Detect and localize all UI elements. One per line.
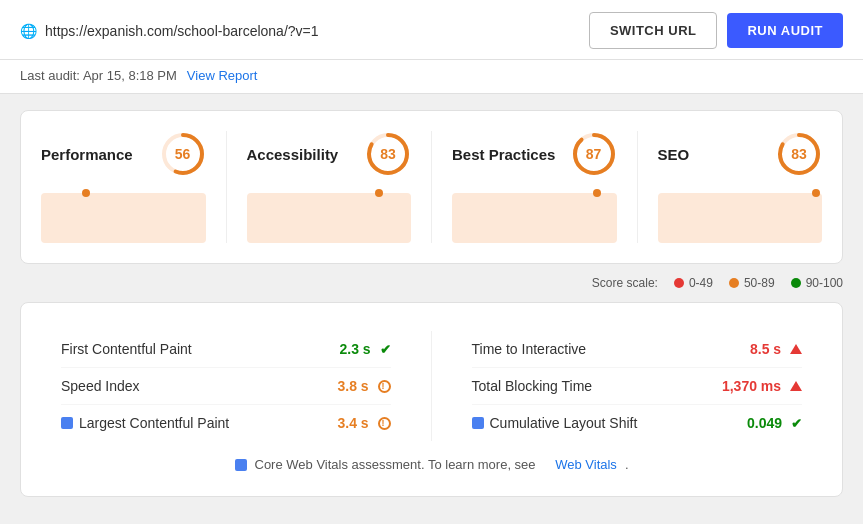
- metric-si: Speed Index 3.8 s: [61, 368, 391, 405]
- metric-name-lcp: Largest Contentful Paint: [61, 415, 337, 431]
- run-audit-button[interactable]: RUN AUDIT: [727, 13, 843, 48]
- score-label-performance: Performance: [41, 146, 133, 163]
- scale-range-green: 90-100: [806, 276, 843, 290]
- flag-icon-cwv: [235, 459, 247, 471]
- score-performance: Performance 56: [21, 131, 227, 243]
- metric-tti: Time to Interactive 8.5 s: [472, 331, 803, 368]
- scale-range-red: 0-49: [689, 276, 713, 290]
- score-num-accessibility: 83: [380, 146, 396, 162]
- score-accessibility: Accessibility 83: [227, 131, 433, 243]
- flag-icon-lcp: [61, 417, 73, 429]
- triangle-icon-tbt: [790, 381, 802, 391]
- metric-value-si: 3.8 s: [337, 378, 390, 394]
- metric-value-cls: 0.049 ✔: [747, 415, 802, 431]
- score-circle-best-practices: 87: [571, 131, 617, 177]
- web-vitals-link[interactable]: Web Vitals: [555, 457, 617, 472]
- flag-icon-cls: [472, 417, 484, 429]
- btn-group: SWITCH URL RUN AUDIT: [589, 12, 843, 49]
- metric-name-tti: Time to Interactive: [472, 341, 750, 357]
- score-num-performance: 56: [175, 146, 191, 162]
- metric-name-cls: Cumulative Layout Shift: [472, 415, 748, 431]
- score-label-best-practices: Best Practices: [452, 146, 555, 163]
- cwv-period: .: [625, 457, 629, 472]
- metric-name-si: Speed Index: [61, 378, 337, 394]
- metric-value-tti: 8.5 s: [750, 341, 802, 357]
- metric-value-tbt: 1,370 ms: [722, 378, 802, 394]
- score-circle-accessibility: 83: [365, 131, 411, 177]
- view-report-link[interactable]: View Report: [187, 68, 258, 83]
- check-icon-fcp: ✔: [380, 342, 391, 357]
- cwv-note: Core Web Vitals assessment. To learn mor…: [61, 457, 802, 472]
- score-num-seo: 83: [791, 146, 807, 162]
- metric-value-lcp: 3.4 s: [337, 415, 390, 431]
- metrics-card: First Contentful Paint 2.3 s ✔ Speed Ind…: [20, 302, 843, 497]
- warn-circle-icon-lcp: [378, 417, 391, 430]
- last-audit-text: Last audit: Apr 15, 8:18 PM: [20, 68, 177, 83]
- sub-bar: Last audit: Apr 15, 8:18 PM View Report: [0, 60, 863, 94]
- triangle-icon-tti: [790, 344, 802, 354]
- score-circle-seo: 83: [776, 131, 822, 177]
- metrics-col-right: Time to Interactive 8.5 s Total Blocking…: [432, 331, 803, 441]
- metric-cls: Cumulative Layout Shift 0.049 ✔: [472, 405, 803, 441]
- scale-item-orange: 50-89: [729, 276, 775, 290]
- score-num-best-practices: 87: [586, 146, 602, 162]
- metrics-grid: First Contentful Paint 2.3 s ✔ Speed Ind…: [61, 331, 802, 441]
- main-content: Performance 56 Accessibility: [0, 94, 863, 513]
- top-bar: 🌐 https://expanish.com/school-barcelona/…: [0, 0, 863, 60]
- switch-url-button[interactable]: SWITCH URL: [589, 12, 718, 49]
- url-text: https://expanish.com/school-barcelona/?v…: [45, 23, 319, 39]
- scale-item-green: 90-100: [791, 276, 843, 290]
- check-icon-cls: ✔: [791, 416, 802, 431]
- score-scale: Score scale: 0-49 50-89 90-100: [20, 276, 843, 290]
- score-seo: SEO 83: [638, 131, 843, 243]
- score-circle-performance: 56: [160, 131, 206, 177]
- scale-label: Score scale:: [592, 276, 658, 290]
- metric-fcp: First Contentful Paint 2.3 s ✔: [61, 331, 391, 368]
- score-label-seo: SEO: [658, 146, 690, 163]
- score-label-accessibility: Accessibility: [247, 146, 339, 163]
- url-section: 🌐 https://expanish.com/school-barcelona/…: [20, 23, 319, 39]
- globe-icon: 🌐: [20, 23, 37, 39]
- metric-tbt: Total Blocking Time 1,370 ms: [472, 368, 803, 405]
- score-best-practices: Best Practices 87: [432, 131, 638, 243]
- metric-name-tbt: Total Blocking Time: [472, 378, 722, 394]
- cwv-note-text: Core Web Vitals assessment. To learn mor…: [255, 457, 536, 472]
- metric-name-fcp: First Contentful Paint: [61, 341, 339, 357]
- metric-value-fcp: 2.3 s ✔: [339, 341, 390, 357]
- metric-lcp: Largest Contentful Paint 3.4 s: [61, 405, 391, 441]
- scale-item-red: 0-49: [674, 276, 713, 290]
- warn-circle-icon-si: [378, 380, 391, 393]
- scores-card: Performance 56 Accessibility: [20, 110, 843, 264]
- scale-range-orange: 50-89: [744, 276, 775, 290]
- metrics-col-left: First Contentful Paint 2.3 s ✔ Speed Ind…: [61, 331, 432, 441]
